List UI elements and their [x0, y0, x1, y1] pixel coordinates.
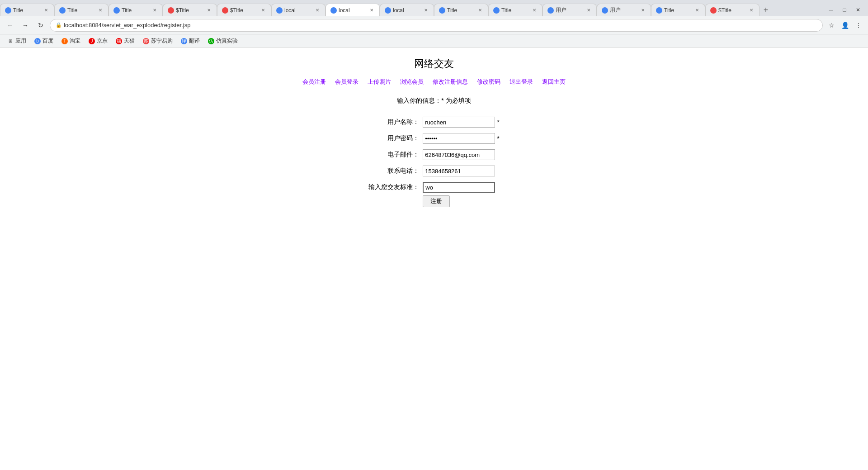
tab-close-button[interactable]: ✕	[477, 7, 483, 14]
tab-close-button[interactable]: ✕	[640, 7, 646, 14]
tab-favicon	[222, 7, 228, 14]
bookmark-simulation[interactable]: 仿 仿真实验	[204, 36, 241, 46]
tab-label: local	[284, 7, 312, 14]
form-row-username: 用户名称： *	[368, 114, 499, 130]
bookmark-label: 天猫	[124, 37, 135, 45]
tab-close-button[interactable]: ✕	[260, 7, 266, 14]
form-row-password: 用户密码： *	[368, 130, 499, 147]
tab-t12[interactable]: 用户 ✕	[597, 4, 651, 16]
bookmark-baidu[interactable]: b 百度	[31, 36, 57, 46]
tab-close-button[interactable]: ✕	[97, 7, 104, 14]
nav-link-change-pwd[interactable]: 修改密码	[477, 78, 500, 86]
tab-close-button[interactable]: ✕	[531, 7, 538, 14]
tab-t9[interactable]: Title ✕	[434, 4, 488, 16]
tab-t3[interactable]: Title ✕	[108, 4, 163, 16]
password-label: 用户密码：	[368, 130, 423, 147]
user-profile-button[interactable]: 👤	[839, 19, 851, 31]
tab-favicon	[330, 7, 337, 14]
tab-close-button[interactable]: ✕	[694, 7, 700, 14]
tab-label: $Title	[230, 7, 258, 14]
back-button[interactable]: ←	[4, 19, 16, 32]
tab-label: $Title	[176, 7, 204, 14]
suning-icon: 苏	[143, 38, 149, 44]
tab-bar: Title ✕ Title ✕ Title ✕ $Title ✕ $Title …	[0, 0, 868, 16]
bookmark-label: 京东	[97, 37, 108, 45]
register-form: 用户名称： * 用户密码： * 电子邮件：	[9, 114, 859, 207]
tab-close-button[interactable]: ✕	[748, 7, 755, 14]
email-field-cell	[423, 147, 495, 163]
form-row-email: 电子邮件：	[368, 147, 499, 163]
menu-button[interactable]: ⋮	[853, 19, 864, 31]
submit-button[interactable]: 注册	[423, 195, 450, 207]
bookmark-jd[interactable]: J 京东	[85, 36, 111, 46]
tab-label: Title	[501, 7, 529, 14]
tab-favicon	[385, 7, 391, 14]
nav-link-home[interactable]: 返回主页	[542, 78, 566, 86]
username-field	[423, 114, 495, 130]
tab-t14[interactable]: $Title ✕	[705, 4, 760, 16]
required-star-username: *	[497, 119, 499, 126]
jd-icon: J	[89, 38, 95, 44]
tab-close-button[interactable]: ✕	[151, 7, 158, 14]
nav-link-edit-info[interactable]: 修改注册信息	[433, 78, 468, 86]
password-input[interactable]	[423, 133, 495, 144]
tab-t5[interactable]: $Title ✕	[217, 4, 271, 16]
address-bar-row: ← → ↻ 🔒 localhost:8084/servlet_war_explo…	[0, 16, 868, 34]
tab-favicon	[59, 7, 66, 14]
nav-links: 会员注册 会员登录 上传照片 浏览会员 修改注册信息 修改密码 退出登录 返回主…	[9, 78, 859, 86]
tab-favicon	[168, 7, 174, 14]
tab-t11[interactable]: 用户 ✕	[542, 4, 597, 16]
baidu-icon: b	[34, 38, 41, 44]
address-box[interactable]: 🔒 localhost:8084/servlet_war_exploded/re…	[50, 19, 823, 32]
tab-t2[interactable]: Title ✕	[54, 4, 108, 16]
username-input[interactable]	[423, 117, 495, 128]
tab-label: 用户	[610, 6, 638, 14]
email-input[interactable]	[423, 149, 495, 160]
criteria-input[interactable]	[423, 182, 495, 193]
tab-label: local	[393, 7, 421, 14]
tab-close-button[interactable]: ✕	[43, 7, 49, 14]
tab-t7-active[interactable]: local ✕	[326, 4, 380, 16]
bookmark-translate[interactable]: 译 翻译	[177, 36, 203, 46]
tab-label: 用户	[556, 6, 584, 14]
translate-icon: 译	[181, 38, 187, 44]
bookmark-label: 淘宝	[70, 37, 80, 45]
tab-t1[interactable]: Title ✕	[0, 4, 54, 16]
tab-t13[interactable]: Title ✕	[651, 4, 705, 16]
nav-link-login[interactable]: 会员登录	[335, 78, 359, 86]
password-field	[423, 130, 495, 147]
tab-t8[interactable]: local ✕	[380, 4, 434, 16]
nav-link-browse[interactable]: 浏览会员	[400, 78, 424, 86]
tab-t10[interactable]: Title ✕	[488, 4, 542, 16]
phone-input[interactable]	[423, 166, 495, 176]
address-text: localhost:8084/servlet_war_exploded/regi…	[64, 22, 817, 28]
tab-close-button[interactable]: ✕	[314, 7, 321, 14]
minimize-button[interactable]: ─	[825, 5, 837, 14]
reload-button[interactable]: ↻	[34, 19, 47, 32]
tab-t4[interactable]: $Title ✕	[163, 4, 217, 16]
nav-link-logout[interactable]: 退出登录	[509, 78, 533, 86]
close-window-button[interactable]: ✕	[852, 5, 864, 14]
bookmark-taobao[interactable]: T 淘宝	[58, 36, 84, 46]
phone-label: 联系电话：	[368, 163, 423, 179]
window-controls: ─ □ ✕	[825, 5, 868, 16]
tab-label: Title	[67, 7, 95, 14]
criteria-field	[423, 179, 495, 195]
forward-button[interactable]: →	[19, 19, 32, 32]
tab-close-button[interactable]: ✕	[368, 7, 375, 14]
tab-close-button[interactable]: ✕	[423, 7, 429, 14]
bookmark-tianmao[interactable]: 猫 天猫	[112, 36, 138, 46]
tab-label: Title	[447, 7, 475, 14]
tab-close-button[interactable]: ✕	[206, 7, 212, 14]
maximize-button[interactable]: □	[838, 5, 851, 14]
page-title: 网络交友	[9, 57, 859, 71]
bookmark-suning[interactable]: 苏 苏宁易购	[139, 36, 176, 46]
bookmark-star-button[interactable]: ☆	[826, 19, 837, 31]
bookmark-apps[interactable]: ⊞ 应用	[4, 36, 30, 46]
nav-link-register[interactable]: 会员注册	[302, 78, 326, 86]
tab-t6[interactable]: local ✕	[271, 4, 326, 16]
apps-icon: ⊞	[7, 38, 14, 44]
tab-close-button[interactable]: ✕	[585, 7, 592, 14]
nav-link-upload[interactable]: 上传照片	[368, 78, 391, 86]
new-tab-button[interactable]: +	[760, 4, 772, 16]
